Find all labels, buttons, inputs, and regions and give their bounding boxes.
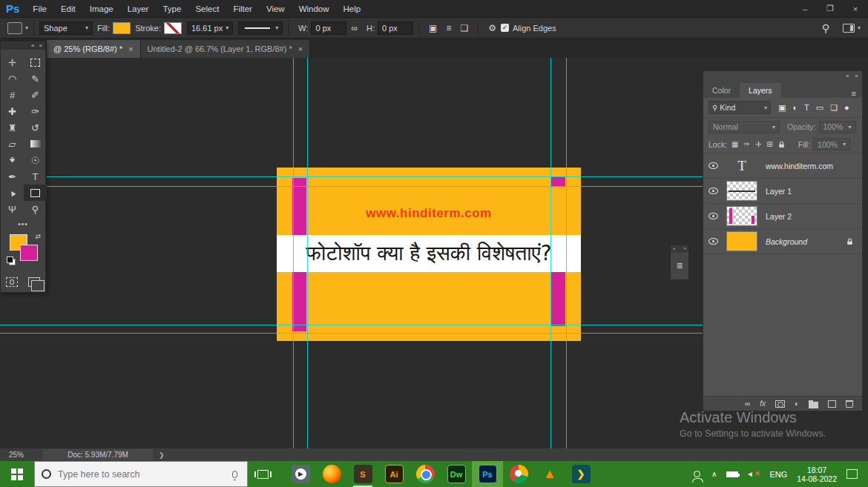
taskbar-sublime-text[interactable]: S bbox=[347, 461, 378, 487]
lock-artboard-icon[interactable]: ⊞ bbox=[766, 140, 772, 148]
layer-style-fx-icon[interactable]: fx bbox=[760, 400, 766, 408]
dodge-tool[interactable]: ☉ bbox=[24, 152, 47, 168]
panel-menu-icon[interactable]: ≡ bbox=[852, 89, 856, 98]
close-icon[interactable]: × bbox=[843, 4, 868, 13]
collapse-icon[interactable]: « bbox=[846, 73, 849, 79]
opacity-input[interactable]: 100% ▾ bbox=[819, 121, 856, 133]
menu-filter[interactable]: Filter bbox=[233, 4, 252, 13]
action-center-icon[interactable] bbox=[846, 469, 858, 479]
menu-help[interactable]: Help bbox=[343, 4, 361, 13]
blend-mode-select[interactable]: Normal ▾ bbox=[708, 121, 780, 133]
layer-name[interactable]: Layer 2 bbox=[766, 212, 792, 221]
rectangular-marquee-tool[interactable] bbox=[24, 54, 47, 70]
language-indicator[interactable]: ENG bbox=[769, 470, 787, 479]
taskbar-firefox[interactable] bbox=[316, 461, 347, 487]
filter-pin-icon[interactable]: ● bbox=[844, 103, 849, 113]
delete-layer-icon[interactable] bbox=[846, 400, 853, 408]
restore-icon[interactable]: ❐ bbox=[818, 4, 843, 13]
task-view-button[interactable] bbox=[248, 461, 277, 487]
tool-preset-icon[interactable] bbox=[7, 22, 22, 34]
move-tool[interactable]: ✛ bbox=[1, 54, 24, 70]
new-layer-icon[interactable] bbox=[828, 400, 836, 408]
path-alignment-icon[interactable]: ≡ bbox=[446, 23, 451, 33]
tab-color[interactable]: Color bbox=[703, 83, 740, 98]
collapse-icon[interactable]: « bbox=[673, 246, 675, 252]
quick-selection-tool[interactable]: ✎ bbox=[24, 70, 47, 87]
layer-row-2[interactable]: Layer 2 bbox=[703, 204, 862, 229]
guide-horizontal[interactable] bbox=[0, 325, 703, 325]
lasso-tool[interactable]: ◠ bbox=[1, 70, 24, 87]
chevron-up-icon[interactable]: ∧ bbox=[711, 470, 717, 478]
taskbar-vlc[interactable]: ▲ bbox=[534, 461, 565, 487]
taskbar-dreamweaver[interactable]: Dw bbox=[441, 461, 472, 487]
menu-layer[interactable]: Layer bbox=[128, 4, 149, 13]
default-colors-icon[interactable] bbox=[7, 256, 16, 265]
tab-document-1[interactable]: @ 25% (RGB/8#) * × bbox=[47, 40, 141, 58]
filter-smart-object-icon[interactable]: ❏ bbox=[830, 103, 838, 113]
clock[interactable]: 18:07 14-08-2022 bbox=[797, 466, 837, 483]
height-input[interactable]: 0 px bbox=[378, 21, 413, 35]
shape-mode-select[interactable]: Shape ▾ bbox=[39, 21, 93, 35]
menu-type[interactable]: Type bbox=[162, 4, 181, 13]
align-edges-checkbox[interactable]: ✓ bbox=[501, 24, 509, 32]
search-icon[interactable]: ⚲ bbox=[822, 22, 829, 34]
menu-image[interactable]: Image bbox=[90, 4, 114, 13]
guide-horizontal[interactable] bbox=[0, 333, 703, 334]
tab-layers[interactable]: Layers bbox=[740, 83, 781, 98]
visibility-eye-icon[interactable] bbox=[708, 188, 718, 194]
filter-adjustment-icon[interactable]: ◐ bbox=[792, 103, 798, 113]
visibility-eye-icon[interactable] bbox=[708, 213, 718, 219]
taskbar-search[interactable] bbox=[34, 461, 248, 487]
guide-horizontal[interactable] bbox=[0, 176, 703, 177]
guide-vertical[interactable] bbox=[307, 58, 308, 448]
fill-swatch[interactable] bbox=[113, 22, 131, 34]
lock-position-icon[interactable]: ✛ bbox=[755, 140, 761, 148]
filter-shape-icon[interactable]: ▭ bbox=[816, 103, 823, 113]
screen-mode-icon[interactable] bbox=[28, 277, 40, 287]
rectangle-tool[interactable] bbox=[24, 185, 47, 201]
link-layers-icon[interactable]: ∞ bbox=[745, 400, 750, 408]
filter-type-icon[interactable]: T bbox=[804, 103, 809, 113]
width-input[interactable]: 0 px bbox=[311, 21, 346, 35]
edit-toolbar-icon[interactable]: ••• bbox=[1, 220, 45, 228]
brush-tool[interactable]: ✑ bbox=[24, 103, 47, 119]
clone-stamp-tool[interactable]: ♜ bbox=[1, 119, 24, 136]
history-brush-tool[interactable]: ↺ bbox=[24, 119, 47, 136]
layer-row-1[interactable]: Layer 1 bbox=[703, 179, 862, 204]
path-selection-tool[interactable]: ▲ bbox=[1, 185, 24, 201]
background-color-swatch[interactable] bbox=[20, 245, 38, 261]
layer-name[interactable]: Background bbox=[766, 237, 807, 246]
battery-icon[interactable] bbox=[726, 471, 738, 477]
spot-healing-brush-tool[interactable]: ✚ bbox=[1, 103, 24, 119]
guide-vertical[interactable] bbox=[293, 58, 294, 448]
eyedropper-tool[interactable]: ✐ bbox=[24, 87, 47, 103]
guide-vertical[interactable] bbox=[566, 58, 567, 448]
microphone-icon[interactable] bbox=[232, 471, 237, 478]
layer-row-background[interactable]: Background bbox=[703, 229, 862, 254]
lock-transparent-icon[interactable]: ▦ bbox=[731, 140, 738, 148]
adjustment-layer-icon[interactable]: ◐ bbox=[795, 400, 799, 408]
path-arrangement-icon[interactable]: ❏ bbox=[460, 23, 468, 33]
collapse-icon[interactable]: « bbox=[31, 42, 34, 49]
chevron-down-icon[interactable]: ▾ bbox=[858, 24, 861, 31]
menu-edit[interactable]: Edit bbox=[61, 4, 76, 13]
close-icon[interactable]: × bbox=[298, 44, 303, 53]
taskbar-photoshop[interactable]: Ps bbox=[472, 461, 503, 487]
type-tool[interactable]: T bbox=[24, 168, 47, 185]
taskbar-video-app[interactable]: ❯ bbox=[565, 461, 596, 487]
properties-panel-icon[interactable]: ≣ bbox=[671, 253, 688, 278]
stroke-swatch[interactable] bbox=[164, 22, 182, 34]
close-icon[interactable]: × bbox=[128, 44, 133, 53]
menu-file[interactable]: File bbox=[33, 4, 47, 13]
status-chevron-icon[interactable]: ❯ bbox=[159, 451, 165, 459]
tab-document-2[interactable]: Untitled-2 @ 66.7% (Layer 1, RGB/8#) * × bbox=[141, 40, 311, 58]
gradient-tool[interactable] bbox=[24, 136, 47, 152]
close-icon[interactable]: × bbox=[683, 246, 686, 252]
guide-vertical[interactable] bbox=[550, 58, 551, 448]
layer-name[interactable]: www.hinditerm.com bbox=[766, 162, 833, 170]
search-input[interactable] bbox=[58, 469, 226, 480]
layer-row-text[interactable]: T www.hinditerm.com bbox=[703, 153, 862, 179]
taskbar-chrome[interactable] bbox=[410, 461, 441, 487]
quick-mask-icon[interactable] bbox=[6, 277, 18, 287]
visibility-eye-icon[interactable] bbox=[708, 162, 718, 169]
